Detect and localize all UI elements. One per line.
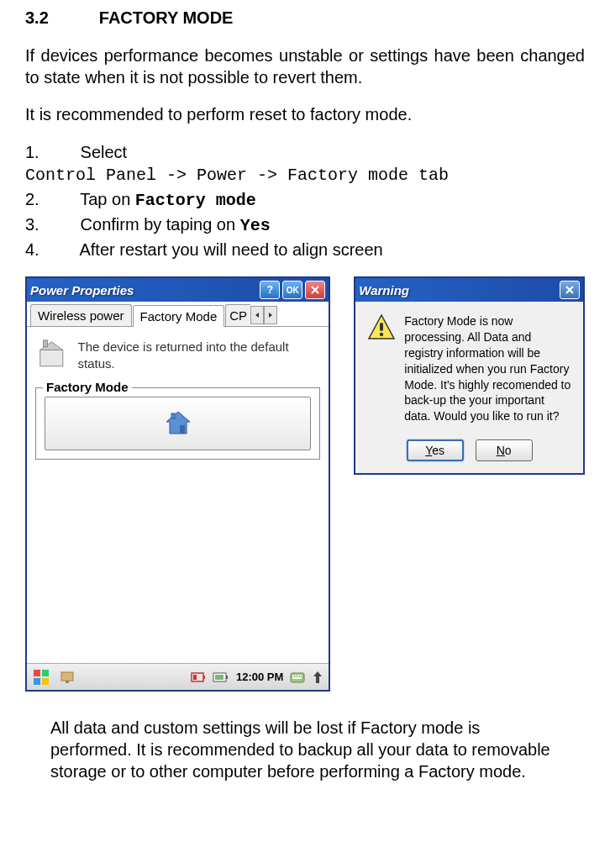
- window-title: Power Properties: [30, 283, 134, 297]
- close-icon: [565, 285, 575, 295]
- arrow-right-icon: [267, 312, 274, 318]
- groupbox-legend: Factory Mode: [43, 380, 132, 394]
- desktop-icon[interactable]: [59, 669, 76, 686]
- svg-rect-0: [40, 350, 63, 366]
- warning-message: Factory Mode is now processing. All Data…: [404, 313, 571, 424]
- tab-scroll-right[interactable]: [264, 306, 277, 324]
- no-label-rest: o: [505, 444, 512, 457]
- factory-mode-button[interactable]: [45, 397, 311, 450]
- intro-paragraph-1: If devices performance becomes unstable …: [25, 45, 585, 88]
- section-header: 3.2 FACTORY MODE: [25, 8, 585, 28]
- footer-note: All data and custom settings will be los…: [25, 717, 585, 782]
- step-1-text: Select: [81, 143, 128, 161]
- svg-rect-14: [193, 675, 197, 680]
- tab-bar: Wireless power Factory Mode CP: [27, 302, 329, 327]
- info-row: The device is returned into the default …: [35, 339, 320, 372]
- svg-point-26: [380, 333, 383, 336]
- battery-status-icon[interactable]: [191, 671, 206, 684]
- ok-button[interactable]: OK: [282, 281, 302, 299]
- screenshots-row: Power Properties ? OK Wireless power Fac…: [25, 276, 585, 692]
- tab-factory-mode[interactable]: Factory Mode: [133, 305, 225, 327]
- yes-label-rest: es: [432, 444, 444, 457]
- battery-icon[interactable]: [213, 671, 229, 683]
- step-2-bold: Factory mode: [135, 191, 256, 210]
- svg-rect-23: [292, 677, 302, 679]
- section-title: FACTORY MODE: [99, 8, 234, 28]
- intro-paragraph-2: It is recommended to perform reset to fa…: [25, 103, 585, 125]
- arrow-left-icon: [254, 312, 260, 318]
- info-text: The device is returned into the default …: [78, 339, 321, 371]
- taskbar: 12:00 PM: [27, 663, 329, 690]
- keyboard-icon[interactable]: [290, 670, 305, 685]
- svg-rect-5: [171, 413, 175, 418]
- yes-button[interactable]: Yes: [407, 439, 464, 461]
- step-1: 1. Select: [25, 140, 585, 164]
- step-2: 2. Tap on Factory mode: [25, 187, 585, 213]
- tab-scroll-left[interactable]: [250, 306, 264, 324]
- step-1-number: 1.: [25, 140, 76, 164]
- taskbar-left: [32, 668, 76, 687]
- titlebar: Power Properties ? OK: [27, 278, 329, 302]
- svg-rect-11: [66, 681, 69, 683]
- svg-rect-16: [226, 676, 228, 679]
- svg-rect-20: [295, 675, 297, 676]
- exclamation-icon: [367, 313, 396, 342]
- tab-cp-partial[interactable]: CP: [225, 304, 250, 326]
- factory-info-icon: [35, 339, 68, 372]
- step-3-number: 3.: [25, 213, 76, 236]
- help-button[interactable]: ?: [260, 281, 280, 299]
- step-4-number: 4.: [25, 238, 76, 261]
- step-3-prefix: Confirm by taping on: [81, 215, 240, 234]
- steps-list: 1. Select Control Panel -> Power -> Fact…: [25, 140, 585, 261]
- window-content: The device is returned into the default …: [27, 327, 329, 663]
- svg-rect-9: [42, 678, 49, 685]
- svg-rect-25: [380, 323, 383, 331]
- clock-time[interactable]: 12:00 PM: [236, 671, 283, 683]
- step-3-bold: Yes: [240, 216, 271, 235]
- no-button[interactable]: No: [476, 439, 533, 461]
- tab-wireless-power[interactable]: Wireless power: [30, 304, 132, 326]
- close-button[interactable]: [305, 281, 325, 299]
- signal-up-icon[interactable]: [312, 670, 323, 685]
- svg-rect-7: [42, 670, 49, 676]
- dialog-buttons: Yes No: [367, 439, 571, 461]
- svg-rect-22: [300, 675, 302, 676]
- section-number: 3.2: [25, 8, 49, 28]
- factory-mode-groupbox: Factory Mode: [35, 387, 320, 460]
- step-1-path: Control Panel -> Power -> Factory mode t…: [25, 164, 585, 187]
- tab-scroll: [250, 306, 277, 324]
- step-2-prefix: Tap on: [80, 190, 135, 208]
- svg-rect-4: [180, 425, 185, 434]
- svg-rect-21: [297, 675, 299, 676]
- warning-close-button[interactable]: [560, 281, 580, 299]
- power-properties-window: Power Properties ? OK Wireless power Fac…: [25, 276, 330, 692]
- warning-content: Factory Mode is now processing. All Data…: [355, 302, 583, 473]
- windows-logo-icon: [32, 668, 50, 687]
- step-2-number: 2.: [25, 187, 76, 211]
- svg-rect-6: [34, 670, 40, 676]
- taskbar-right: 12:00 PM: [191, 670, 323, 685]
- step-4-text: After restart you will need to align scr…: [79, 240, 382, 259]
- svg-rect-8: [34, 678, 40, 685]
- svg-marker-3: [166, 412, 190, 434]
- start-button[interactable]: [32, 668, 50, 687]
- svg-rect-2: [44, 340, 48, 347]
- house-icon: [163, 408, 193, 439]
- step-3: 3. Confirm by taping on Yes: [25, 213, 585, 238]
- svg-rect-19: [292, 675, 294, 676]
- svg-rect-17: [215, 675, 223, 680]
- titlebar-buttons: ? OK: [260, 281, 325, 299]
- close-icon: [310, 285, 320, 295]
- warning-dialog: Warning Factory Mode is now processing. …: [354, 276, 585, 475]
- warning-titlebar: Warning: [355, 278, 583, 302]
- step-4: 4. After restart you will need to align …: [25, 238, 585, 261]
- no-mnemonic: N: [497, 444, 505, 457]
- svg-rect-13: [203, 676, 205, 679]
- warning-row: Factory Mode is now processing. All Data…: [367, 313, 571, 424]
- warning-title: Warning: [359, 283, 409, 297]
- svg-rect-10: [61, 672, 73, 681]
